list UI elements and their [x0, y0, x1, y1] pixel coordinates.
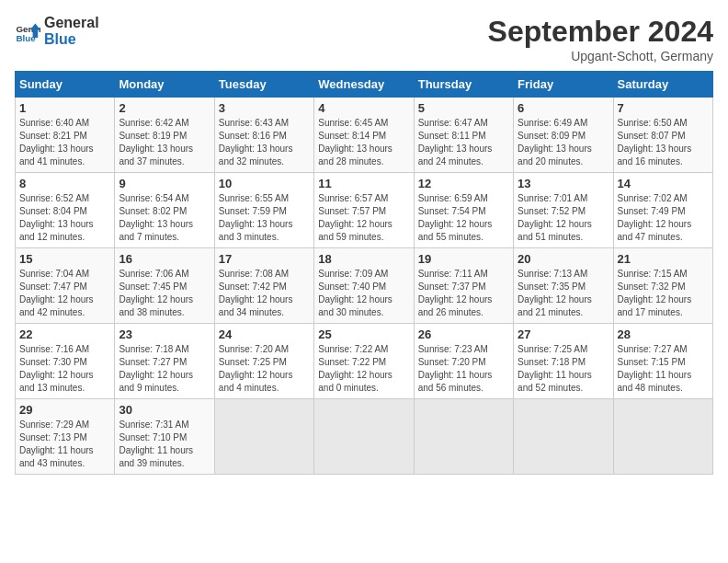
calendar-cell: 22 Sunrise: 7:16 AMSunset: 7:30 PMDaylig… — [16, 324, 115, 399]
calendar-cell: 13 Sunrise: 7:01 AMSunset: 7:52 PMDaylig… — [514, 173, 613, 248]
month-title: September 2024 — [488, 15, 713, 49]
calendar-week-2: 8 Sunrise: 6:52 AMSunset: 8:04 PMDayligh… — [16, 173, 713, 248]
day-number: 26 — [418, 327, 509, 341]
day-detail: Sunrise: 6:59 AMSunset: 7:54 PMDaylight:… — [418, 193, 493, 242]
calendar-cell: 25 Sunrise: 7:22 AMSunset: 7:22 PMDaylig… — [314, 324, 414, 399]
day-detail: Sunrise: 7:25 AMSunset: 7:18 PMDaylight:… — [518, 344, 592, 393]
day-detail: Sunrise: 7:09 AMSunset: 7:40 PMDaylight:… — [318, 269, 392, 317]
day-number: 15 — [19, 252, 110, 266]
calendar-cell: 3 Sunrise: 6:43 AMSunset: 8:16 PMDayligh… — [214, 98, 313, 173]
calendar-week-4: 22 Sunrise: 7:16 AMSunset: 7:30 PMDaylig… — [16, 324, 713, 399]
day-detail: Sunrise: 6:45 AMSunset: 8:14 PMDaylight:… — [318, 118, 392, 167]
calendar-cell: 5 Sunrise: 6:47 AMSunset: 8:11 PMDayligh… — [414, 98, 513, 173]
page-header: General Blue General Blue September 2024… — [15, 15, 713, 63]
day-detail: Sunrise: 6:47 AMSunset: 8:11 PMDaylight:… — [418, 118, 493, 167]
calendar-cell: 6 Sunrise: 6:49 AMSunset: 8:09 PMDayligh… — [514, 98, 613, 173]
day-detail: Sunrise: 7:13 AMSunset: 7:35 PMDaylight:… — [518, 269, 592, 317]
calendar-cell: 14 Sunrise: 7:02 AMSunset: 7:49 PMDaylig… — [613, 173, 712, 248]
day-detail: Sunrise: 6:54 AMSunset: 8:02 PMDaylight:… — [119, 193, 193, 242]
calendar-cell: 24 Sunrise: 7:20 AMSunset: 7:25 PMDaylig… — [214, 324, 313, 399]
day-number: 8 — [19, 177, 110, 190]
day-number: 14 — [618, 177, 709, 190]
day-number: 27 — [518, 327, 609, 341]
day-number: 7 — [618, 101, 709, 115]
calendar-cell: 21 Sunrise: 7:15 AMSunset: 7:32 PMDaylig… — [613, 248, 712, 324]
day-detail: Sunrise: 7:27 AMSunset: 7:15 PMDaylight:… — [618, 344, 692, 393]
day-number: 18 — [318, 252, 409, 266]
day-detail: Sunrise: 7:06 AMSunset: 7:45 PMDaylight:… — [119, 269, 193, 317]
day-detail: Sunrise: 6:40 AMSunset: 8:21 PMDaylight:… — [19, 118, 94, 167]
day-number: 24 — [219, 327, 310, 341]
day-detail: Sunrise: 6:50 AMSunset: 8:07 PMDaylight:… — [618, 118, 692, 167]
title-area: September 2024 Upgant-Schott, Germany — [488, 15, 713, 63]
day-detail: Sunrise: 7:04 AMSunset: 7:47 PMDaylight:… — [19, 269, 94, 317]
weekday-header-thursday: Thursday — [414, 72, 513, 98]
calendar-cell: 1 Sunrise: 6:40 AMSunset: 8:21 PMDayligh… — [16, 98, 115, 173]
day-number: 16 — [119, 252, 210, 266]
day-number: 22 — [19, 327, 110, 341]
weekday-header-saturday: Saturday — [613, 72, 712, 98]
calendar-cell — [414, 399, 513, 475]
weekday-header-row: SundayMondayTuesdayWednesdayThursdayFrid… — [16, 72, 713, 98]
calendar-week-3: 15 Sunrise: 7:04 AMSunset: 7:47 PMDaylig… — [16, 248, 713, 324]
day-number: 13 — [518, 177, 609, 190]
day-number: 3 — [219, 101, 310, 115]
day-detail: Sunrise: 7:22 AMSunset: 7:22 PMDaylight:… — [318, 344, 392, 393]
day-detail: Sunrise: 7:01 AMSunset: 7:52 PMDaylight:… — [518, 193, 592, 242]
calendar-cell — [514, 399, 613, 475]
day-detail: Sunrise: 7:08 AMSunset: 7:42 PMDaylight:… — [219, 269, 293, 317]
day-number: 28 — [618, 327, 709, 341]
day-number: 2 — [119, 101, 210, 115]
logo: General Blue General Blue — [15, 15, 99, 47]
weekday-header-tuesday: Tuesday — [214, 72, 313, 98]
calendar-cell — [314, 399, 414, 475]
calendar-cell: 8 Sunrise: 6:52 AMSunset: 8:04 PMDayligh… — [16, 173, 115, 248]
day-detail: Sunrise: 7:02 AMSunset: 7:49 PMDaylight:… — [618, 193, 692, 242]
calendar-week-1: 1 Sunrise: 6:40 AMSunset: 8:21 PMDayligh… — [16, 98, 713, 173]
day-number: 23 — [119, 327, 210, 341]
day-detail: Sunrise: 7:16 AMSunset: 7:30 PMDaylight:… — [19, 344, 94, 393]
calendar-cell: 7 Sunrise: 6:50 AMSunset: 8:07 PMDayligh… — [613, 98, 712, 173]
calendar-cell: 18 Sunrise: 7:09 AMSunset: 7:40 PMDaylig… — [314, 248, 414, 324]
calendar-cell: 11 Sunrise: 6:57 AMSunset: 7:57 PMDaylig… — [314, 173, 414, 248]
calendar-cell: 26 Sunrise: 7:23 AMSunset: 7:20 PMDaylig… — [414, 324, 513, 399]
weekday-header-sunday: Sunday — [16, 72, 115, 98]
day-number: 19 — [418, 252, 509, 266]
day-detail: Sunrise: 7:23 AMSunset: 7:20 PMDaylight:… — [418, 344, 493, 393]
day-detail: Sunrise: 7:20 AMSunset: 7:25 PMDaylight:… — [219, 344, 293, 393]
day-number: 4 — [318, 101, 409, 115]
calendar-cell: 29 Sunrise: 7:29 AMSunset: 7:13 PMDaylig… — [16, 399, 115, 475]
day-number: 21 — [618, 252, 709, 266]
logo-icon: General Blue — [15, 18, 40, 44]
calendar-cell: 4 Sunrise: 6:45 AMSunset: 8:14 PMDayligh… — [314, 98, 414, 173]
subtitle: Upgant-Schott, Germany — [488, 49, 713, 63]
calendar-cell: 30 Sunrise: 7:31 AMSunset: 7:10 PMDaylig… — [115, 399, 214, 475]
day-number: 6 — [518, 101, 609, 115]
calendar-cell: 16 Sunrise: 7:06 AMSunset: 7:45 PMDaylig… — [115, 248, 214, 324]
calendar-cell: 28 Sunrise: 7:27 AMSunset: 7:15 PMDaylig… — [613, 324, 712, 399]
day-detail: Sunrise: 6:42 AMSunset: 8:19 PMDaylight:… — [119, 118, 193, 167]
calendar-cell: 27 Sunrise: 7:25 AMSunset: 7:18 PMDaylig… — [514, 324, 613, 399]
day-detail: Sunrise: 7:18 AMSunset: 7:27 PMDaylight:… — [119, 344, 193, 393]
calendar-cell: 15 Sunrise: 7:04 AMSunset: 7:47 PMDaylig… — [16, 248, 115, 324]
calendar-week-5: 29 Sunrise: 7:29 AMSunset: 7:13 PMDaylig… — [16, 399, 713, 475]
day-detail: Sunrise: 6:55 AMSunset: 7:59 PMDaylight:… — [219, 193, 293, 242]
weekday-header-wednesday: Wednesday — [314, 72, 414, 98]
day-number: 11 — [318, 177, 409, 190]
calendar-table: SundayMondayTuesdayWednesdayThursdayFrid… — [15, 71, 713, 475]
weekday-header-monday: Monday — [115, 72, 214, 98]
calendar-cell: 9 Sunrise: 6:54 AMSunset: 8:02 PMDayligh… — [115, 173, 214, 248]
day-detail: Sunrise: 6:52 AMSunset: 8:04 PMDaylight:… — [19, 193, 94, 242]
day-detail: Sunrise: 6:43 AMSunset: 8:16 PMDaylight:… — [219, 118, 293, 167]
day-detail: Sunrise: 7:11 AMSunset: 7:37 PMDaylight:… — [418, 269, 493, 317]
logo-general: General — [44, 15, 99, 30]
weekday-header-friday: Friday — [514, 72, 613, 98]
day-number: 12 — [418, 177, 509, 190]
day-detail: Sunrise: 6:57 AMSunset: 7:57 PMDaylight:… — [318, 193, 392, 242]
day-number: 20 — [518, 252, 609, 266]
calendar-cell: 10 Sunrise: 6:55 AMSunset: 7:59 PMDaylig… — [214, 173, 313, 248]
calendar-cell: 2 Sunrise: 6:42 AMSunset: 8:19 PMDayligh… — [115, 98, 214, 173]
logo-blue: Blue — [44, 31, 76, 47]
day-number: 9 — [119, 177, 210, 190]
calendar-cell: 19 Sunrise: 7:11 AMSunset: 7:37 PMDaylig… — [414, 248, 513, 324]
